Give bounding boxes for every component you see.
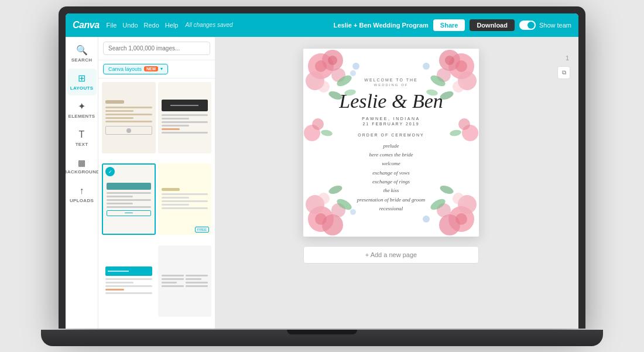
layout-card[interactable]: ✓ — [102, 163, 156, 235]
background-icon: ▦ — [78, 158, 85, 168]
layouts-icon: ⊞ — [78, 73, 85, 84]
couple-name: Leslie & Ben — [315, 90, 467, 112]
ceremony-item: recessional — [315, 204, 467, 213]
ceremony-item: the kiss — [315, 186, 467, 195]
ceremony-item: exchange of vows — [315, 169, 467, 177]
ceremony-items: prelude here comes the bride welcome exc… — [315, 142, 467, 213]
wedding-card-inner: WELCOME TO THE WEDDING OF Leslie & Ben P… — [303, 49, 479, 237]
ceremony-title: ORDER OF CEREMONY — [315, 133, 467, 137]
sidebar-search-label: SEARCH — [71, 57, 93, 63]
layout-card[interactable] — [158, 82, 212, 153]
panel-filter: Canva layouts NEW ▾ — [98, 60, 215, 78]
text-icon: T — [79, 129, 85, 140]
sidebar-item-layouts[interactable]: ⊞ LAYOUTS — [67, 69, 97, 95]
ceremony-item: welcome — [315, 159, 467, 168]
ceremony-item: presentation of bride and groom — [315, 196, 467, 204]
page-duplicate-button[interactable]: ⧉ — [557, 66, 570, 79]
location: PAWNEE, INDIANA — [315, 117, 467, 121]
show-team-toggle[interactable] — [519, 20, 536, 30]
share-button[interactable]: Share — [433, 19, 465, 31]
show-team-label: Show team — [539, 22, 571, 29]
ceremony-item: here comes the bride — [315, 151, 467, 159]
layouts-grid: ✓ — [98, 78, 215, 329]
page-number: 1 — [566, 54, 569, 61]
page-tools: ⧉ — [557, 66, 570, 79]
sidebar-item-background[interactable]: ▦ BACKGROUND — [67, 153, 97, 180]
filter-button[interactable]: Canva layouts NEW ▾ — [103, 64, 168, 74]
sidebar-icons: 🔍 SEARCH ⊞ LAYOUTS ✦ ELEMENTS T TEXT — [66, 37, 98, 329]
filter-label: Canva layouts — [108, 66, 142, 72]
show-team-area: Show team — [519, 20, 571, 30]
undo-menu[interactable]: Undo — [122, 22, 138, 29]
sidebar-item-text[interactable]: T TEXT — [67, 125, 97, 152]
uploads-icon: ↑ — [80, 186, 84, 196]
file-menu[interactable]: File — [107, 22, 117, 29]
help-menu[interactable]: Help — [165, 22, 179, 29]
sidebar-background-label: BACKGROUND — [66, 169, 100, 175]
layout-card[interactable] — [158, 245, 212, 317]
nav-right: Leslie + Ben Wedding Program Share Downl… — [334, 19, 571, 31]
main-area: 🔍 SEARCH ⊞ LAYOUTS ✦ ELEMENTS T TEXT — [66, 37, 578, 329]
wedding-of: WEDDING OF — [315, 83, 467, 87]
redo-menu[interactable]: Redo — [144, 22, 159, 29]
sidebar-elements-label: ELEMENTS — [68, 114, 95, 119]
layout-card[interactable]: FREE — [158, 163, 212, 235]
laptop-base — [41, 330, 603, 346]
layout-card[interactable] — [102, 82, 156, 153]
free-badge: FREE — [195, 227, 209, 233]
new-badge: NEW — [144, 66, 158, 71]
welcome-text: WELCOME TO THE — [315, 78, 467, 82]
elements-icon: ✦ — [78, 101, 85, 112]
ceremony-item: exchange of rings — [315, 177, 467, 186]
topnav: Canva File Undo Redo Help All changes sa… — [66, 13, 578, 37]
sidebar-layouts-label: LAYOUTS — [70, 86, 94, 91]
nav-menu: File Undo Redo Help — [107, 22, 179, 29]
canvas-area: 1 ⧉ — [215, 37, 578, 329]
project-title: Leslie + Ben Wedding Program — [334, 22, 429, 29]
sidebar-item-search[interactable]: 🔍 SEARCH — [67, 40, 97, 67]
date: 21 FEBRUARY 2019 — [315, 122, 467, 126]
sidebar-item-elements[interactable]: ✦ ELEMENTS — [67, 97, 97, 124]
search-input[interactable] — [103, 42, 210, 55]
canva-logo: Canva — [73, 20, 100, 30]
panel: Canva layouts NEW ▾ — [98, 37, 215, 329]
sidebar-text-label: TEXT — [76, 142, 88, 147]
search-icon: 🔍 — [76, 45, 88, 56]
add-page-button[interactable]: + Add a new page — [303, 246, 479, 264]
wedding-card: WELCOME TO THE WEDDING OF Leslie & Ben P… — [303, 49, 479, 237]
download-button[interactable]: Download — [470, 19, 515, 31]
chevron-down-icon: ▾ — [160, 66, 163, 71]
layout-card[interactable] — [102, 245, 156, 317]
ceremony-item: prelude — [315, 142, 467, 151]
panel-search — [98, 37, 215, 60]
saved-status: All changes saved — [185, 22, 326, 28]
sidebar-item-uploads[interactable]: ↑ UPLOADS — [67, 181, 97, 208]
sidebar-uploads-label: UPLOADS — [70, 198, 94, 203]
